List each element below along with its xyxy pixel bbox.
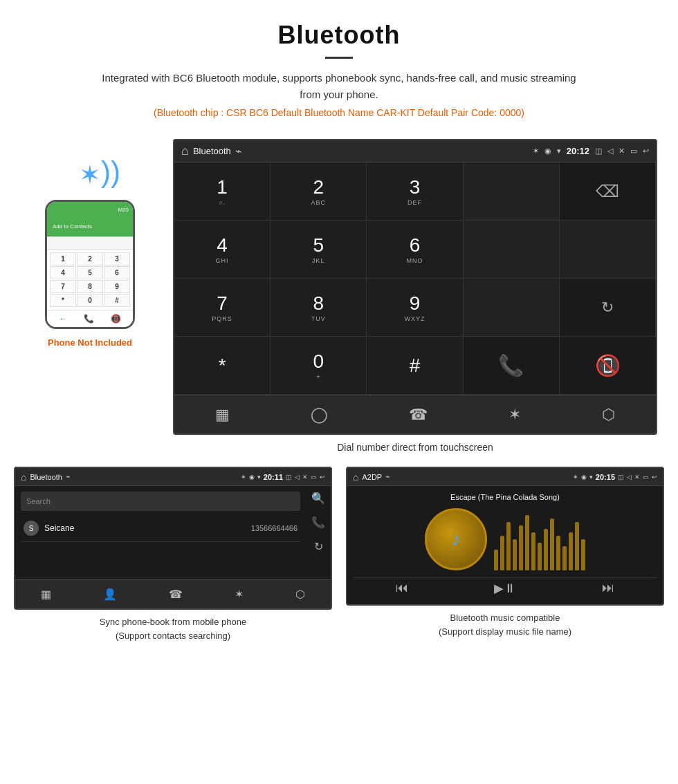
dial-refresh-key[interactable]: ↻: [560, 279, 656, 337]
dialpad-grid: 1 ○. 2 ABC 3 DEF ⌫ 4 GHI: [174, 162, 656, 395]
dial-call-red-key[interactable]: 📵: [560, 337, 656, 395]
phonebook-status-left: ⌂ Bluetooth ⌁: [21, 472, 71, 483]
car-nav-link-icon[interactable]: ⬡: [602, 406, 615, 424]
pb-cam-icon: ◫: [286, 474, 292, 480]
phone-key-3[interactable]: 3: [104, 252, 130, 265]
phone-key-0[interactable]: 0: [77, 294, 103, 307]
phone-key-9[interactable]: 9: [104, 280, 130, 293]
pb-nav-person-icon[interactable]: 👤: [103, 588, 117, 601]
phonebook-status-bar: ⌂ Bluetooth ⌁ ✶ ◉ ▾ 20:11 ◫ ◁ ✕ ▭ ↩: [15, 468, 331, 486]
eq-bar-12: [562, 546, 567, 570]
dial-num-hash: #: [410, 355, 421, 377]
car-status-left: ⌂ Bluetooth ⌁: [181, 144, 242, 158]
dial-empty-1: [464, 221, 560, 279]
pb-nav-link-icon[interactable]: ⬡: [295, 588, 305, 601]
dial-num-5: 5: [313, 234, 324, 256]
phone-key-star[interactable]: *: [50, 294, 76, 307]
car-nav-grid-icon[interactable]: ▦: [215, 406, 230, 424]
dial-key-star[interactable]: *: [174, 337, 271, 395]
ms-x-icon: ✕: [634, 474, 640, 480]
dial-call-green-key[interactable]: 📞: [464, 337, 560, 395]
pb-call-side-icon[interactable]: 📞: [311, 516, 325, 529]
ms-vol-icon: ◁: [627, 474, 632, 480]
bluetooth-waves-container: ✶ )): [79, 160, 101, 190]
car-usb-icon: ⌁: [235, 144, 242, 158]
car-nav-bluetooth-icon[interactable]: ✶: [508, 406, 521, 424]
dial-letters-2: ABC: [311, 199, 327, 206]
phone-key-5[interactable]: 5: [77, 266, 103, 279]
equalizer-bars: [494, 508, 585, 570]
dial-key-7[interactable]: 7 PQRS: [174, 279, 271, 337]
dial-num-3: 3: [410, 176, 421, 198]
phone-key-4[interactable]: 4: [50, 266, 76, 279]
eq-bar-11: [556, 536, 560, 570]
ms-bt-icon: ✶: [573, 474, 578, 480]
dial-num-7: 7: [217, 292, 228, 315]
pb-nav-grid-icon[interactable]: ▦: [41, 588, 51, 601]
car-x-icon: ✕: [619, 147, 625, 156]
phone-keypad: 1 2 3 4 5 6 7 8 9 * 0 #: [47, 250, 133, 310]
dial-key-0[interactable]: 0 +: [271, 337, 367, 395]
phonebook-home-icon[interactable]: ⌂: [21, 472, 26, 483]
pb-refresh-icon[interactable]: ↻: [314, 540, 323, 553]
eq-bar-4: [513, 539, 517, 570]
phone-call-icon: 📞: [84, 314, 94, 324]
title-divider: [325, 57, 353, 59]
music-play-pause-icon[interactable]: ▶⏸: [494, 581, 516, 596]
dialpad-caption: Dial number direct from touchscreen: [337, 442, 493, 453]
car-nav-person-icon[interactable]: ◯: [311, 406, 328, 424]
phone-key-8[interactable]: 8: [77, 280, 103, 293]
car-nav-phone-icon[interactable]: ☎: [409, 406, 428, 424]
dial-key-2[interactable]: 2 ABC: [271, 162, 367, 221]
dial-key-1[interactable]: 1 ○.: [174, 162, 271, 221]
dial-key-9[interactable]: 9 WXYZ: [367, 279, 463, 337]
music-status-left: ⌂ A2DP ⌁: [353, 472, 390, 483]
car-screen-icon: ▭: [630, 147, 637, 156]
phone-not-included-label: Phone Not Included: [48, 337, 132, 348]
music-home-icon[interactable]: ⌂: [353, 472, 358, 483]
music-next-icon[interactable]: ⏭: [602, 581, 614, 596]
phone-bottom-bar: ← 📞 📵: [47, 310, 133, 327]
car-status-time: 20:12: [567, 146, 589, 156]
ms-wifi-icon: ▾: [589, 474, 593, 480]
pb-nav-phone-icon[interactable]: ☎: [169, 588, 183, 601]
dial-key-8[interactable]: 8 TUV: [271, 279, 367, 337]
dial-key-4[interactable]: 4 GHI: [174, 221, 271, 279]
dial-key-3[interactable]: 3 DEF: [367, 162, 463, 221]
phone-key-2[interactable]: 2: [77, 252, 103, 265]
dial-letters-4: GHI: [216, 257, 229, 264]
pb-vol-icon: ◁: [295, 474, 300, 480]
eq-bar-5: [519, 525, 523, 570]
dial-letters-0: +: [316, 373, 320, 380]
pb-loc-icon: ◉: [249, 474, 255, 480]
pb-nav-bt-icon[interactable]: ✶: [235, 588, 244, 601]
dial-display-area: [464, 162, 560, 221]
phonebook-status-right: ✶ ◉ ▾ 20:11 ◫ ◁ ✕ ▭ ↩: [241, 473, 325, 481]
dial-num-0: 0: [313, 351, 324, 373]
ms-scr-icon: ▭: [643, 474, 649, 480]
phone-key-6[interactable]: 6: [104, 266, 130, 279]
car-nav-bar: ▦ ◯ ☎ ✶ ⬡: [174, 395, 656, 433]
car-screen-title: Bluetooth: [193, 146, 231, 156]
music-prev-icon[interactable]: ⏮: [396, 581, 408, 596]
pb-search-icon[interactable]: 🔍: [311, 492, 325, 505]
car-home-icon[interactable]: ⌂: [181, 144, 189, 158]
dial-delete-key[interactable]: ⌫: [560, 162, 656, 221]
dial-key-6[interactable]: 6 MNO: [367, 221, 463, 279]
phone-key-hash[interactable]: #: [104, 294, 130, 307]
car-camera-icon: ◫: [595, 147, 602, 156]
eq-bar-13: [569, 532, 573, 570]
dial-letters-3: DEF: [407, 199, 422, 206]
pb-wifi-icon: ▾: [257, 474, 261, 480]
ms-cam-icon: ◫: [618, 474, 624, 480]
bluetooth-waves-icon: )): [101, 156, 120, 189]
ms-time: 20:15: [596, 473, 615, 481]
contact-item-seicane[interactable]: S Seicane 13566664466: [21, 515, 300, 542]
dial-key-hash[interactable]: #: [367, 337, 463, 395]
page-description: Integrated with BC6 Bluetooth module, su…: [97, 70, 581, 103]
dial-key-5[interactable]: 5 JKL: [271, 221, 367, 279]
phone-back-icon: ←: [59, 314, 67, 324]
phone-key-7[interactable]: 7: [50, 280, 76, 293]
phone-key-1[interactable]: 1: [50, 252, 76, 265]
phonebook-search-bar[interactable]: Search: [21, 492, 300, 511]
